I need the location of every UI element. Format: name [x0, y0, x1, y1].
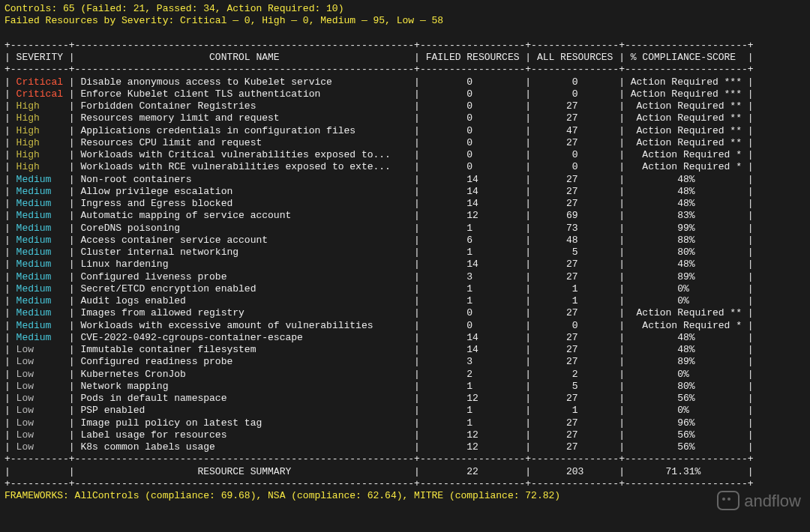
severity-cell: Low [10, 356, 69, 367]
table-row: | Medium | Workloads with excessive amou… [4, 320, 806, 332]
table-row: | High | Workloads with RCE vulnerabilit… [4, 161, 806, 173]
severity-cell: Low [10, 381, 69, 392]
severity-cell: High [10, 100, 69, 112]
severity-cell: Low [10, 344, 69, 355]
table-row: | Medium | Automatic mapping of service … [4, 210, 806, 222]
table-row: | Medium | Ingress and Egress blocked | … [4, 198, 806, 210]
table-row: | Low | Image pull policy on latest tag … [4, 417, 806, 429]
severity-cell: Low [10, 441, 69, 453]
table-border: +----------+----------------------------… [4, 453, 806, 465]
severity-cell: Low [10, 405, 69, 416]
header-controls-line: Controls: 65 (Failed: 21, Passed: 34, Ac… [4, 3, 806, 15]
table-row: | Low | K8s common labels usage | 12 | 2… [4, 441, 806, 453]
severity-cell: Medium [10, 247, 69, 258]
table-row: | Low | Kubernetes CronJob | 2 | 2 | 0% … [4, 369, 806, 381]
severity-cell: Low [10, 429, 69, 441]
table-row: | Medium | Secret/ETCD encryption enable… [4, 283, 806, 295]
severity-cell: Low [10, 417, 69, 429]
severity-cell: Medium [10, 198, 69, 209]
severity-cell: Medium [10, 320, 69, 331]
table-row: | Medium | Linux hardening | 14 | 27 | 4… [4, 259, 806, 270]
table-row: | Critical | Disable anonymous access to… [4, 76, 806, 88]
table-row: | High | Applications credentials in con… [4, 125, 806, 137]
table-row: | Medium | Configured liveness probe | 3… [4, 271, 806, 283]
table-row: | Medium | Access container service acco… [4, 235, 806, 247]
table-row: | Medium | CoreDNS poisoning | 1 | 73 | … [4, 223, 806, 235]
frameworks-line: FRAMEWORKS: AllControls (compliance: 69.… [4, 490, 806, 502]
table-row: | High | Resources memory limit and requ… [4, 112, 806, 124]
severity-cell: Medium [10, 307, 69, 318]
table-row: | Low | Immutable container filesystem |… [4, 344, 806, 356]
severity-cell: Critical [10, 88, 69, 100]
severity-cell: High [10, 137, 69, 148]
severity-cell: Medium [10, 271, 69, 282]
table-row: | Low | Network mapping | 1 | 5 | 80% | [4, 381, 806, 393]
severity-cell: Critical [10, 76, 69, 88]
table-border: +----------+----------------------------… [4, 478, 806, 490]
severity-cell: Medium [10, 210, 69, 221]
severity-cell: High [10, 161, 69, 172]
severity-cell: High [10, 125, 69, 136]
table-row: | High | Workloads with Critical vulnera… [4, 149, 806, 161]
table-row: | Medium | Allow privilege escalation | … [4, 186, 806, 198]
table-border: +----------+----------------------------… [4, 64, 806, 76]
table-row: | Medium | Images from allowed registry … [4, 307, 806, 319]
severity-cell: Low [10, 393, 69, 404]
table-header: | SEVERITY | CONTROL NAME | FAILED RESOU… [4, 52, 806, 64]
table-row: | Medium | Cluster internal networking |… [4, 247, 806, 259]
severity-cell: High [10, 149, 69, 160]
severity-cell: Medium [10, 235, 69, 246]
table-row: | High | Forbidden Container Registries … [4, 100, 806, 112]
severity-cell: Medium [10, 295, 69, 306]
severity-cell: Medium [10, 186, 69, 197]
table-row: | Low | Label usage for resources | 12 |… [4, 429, 806, 441]
table-border: +----------+----------------------------… [4, 40, 806, 52]
severity-cell: Medium [10, 223, 69, 234]
severity-cell: Medium [10, 332, 69, 343]
severity-cell: High [10, 112, 69, 124]
table-row: | High | Resources CPU limit and request… [4, 137, 806, 149]
severity-cell: Low [10, 369, 69, 380]
severity-cell: Medium [10, 259, 69, 270]
table-row: | Medium | CVE-2022-0492-cgroups-contain… [4, 332, 806, 344]
severity-cell: Medium [10, 283, 69, 294]
table-row: | Critical | Enforce Kubelet client TLS … [4, 88, 806, 100]
severity-cell: Medium [10, 174, 69, 185]
header-severity-line: Failed Resources by Severity: Critical —… [4, 15, 806, 27]
table-row: | Medium | Audit logs enabled | 1 | 1 | … [4, 295, 806, 307]
summary-row: | | RESOURCE SUMMARY | 22 | 203 | 71.31%… [4, 466, 806, 478]
table-row: | Low | PSP enabled | 1 | 1 | 0% | [4, 405, 806, 417]
table-row: | Low | Configured readiness probe | 3 |… [4, 356, 806, 368]
table-row: | Low | Pods in default namespace | 12 |… [4, 393, 806, 405]
table-row: | Medium | Non-root containers | 14 | 27… [4, 174, 806, 186]
